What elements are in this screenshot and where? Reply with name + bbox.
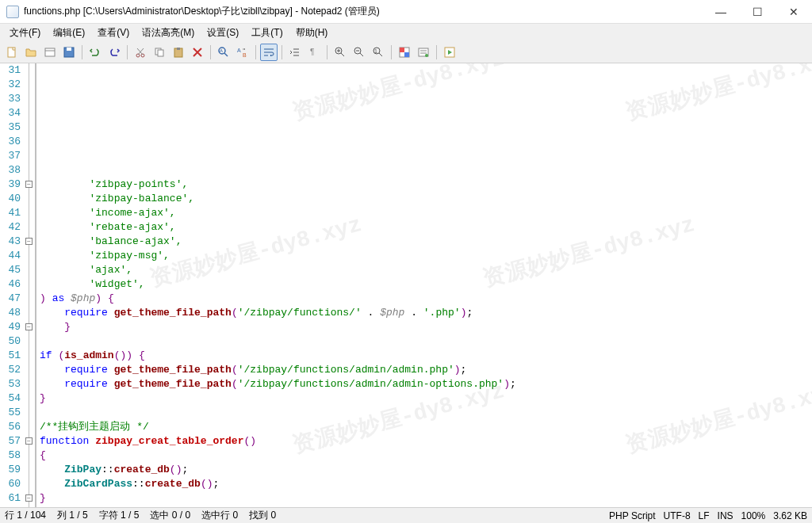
code-line: 'zibpay-balance',	[40, 192, 812, 206]
status-segment: 选中行 0	[201, 509, 238, 522]
replace-button[interactable]: AB	[234, 44, 251, 61]
svg-text:B: B	[243, 52, 247, 58]
menu-item[interactable]: 设置(S)	[201, 25, 245, 41]
status-segment: 选中 0 / 0	[150, 509, 190, 522]
word-wrap-button[interactable]	[260, 44, 278, 61]
zoom-reset-button[interactable]: 1	[370, 44, 387, 61]
svg-rect-1	[45, 48, 55, 56]
status-bar: 行 1 / 104列 1 / 5字符 1 / 5选中 0 / 0选中行 0找到 …	[0, 507, 812, 523]
line-number-gutter: 3132333435363738394041424344454647484950…	[0, 63, 25, 507]
title-bar: functions.php [C:\Users\Administrator\De…	[0, 0, 812, 24]
svg-text:¶: ¶	[310, 48, 314, 56]
delete-button[interactable]	[189, 44, 206, 61]
code-line	[40, 406, 812, 420]
maximize-button[interactable]: ☐	[739, 0, 776, 23]
undo-button[interactable]	[86, 44, 104, 61]
window-buttons: — ☐ ✕	[703, 0, 812, 23]
code-line: ZibCardPass::create_db();	[40, 477, 812, 491]
fold-toggle[interactable]: −	[25, 494, 33, 502]
status-segment: 列 1 / 5	[57, 509, 88, 522]
code-line: }	[40, 391, 812, 406]
menu-item[interactable]: 语法高亮(M)	[136, 25, 201, 41]
status-segment[interactable]: 3.62 KB	[773, 510, 807, 521]
code-line: 'rebate-ajax',	[40, 220, 812, 235]
status-segment[interactable]: INS	[718, 510, 733, 521]
fold-toggle[interactable]: −	[25, 238, 33, 245]
svg-rect-21	[404, 52, 409, 57]
run-button[interactable]	[441, 44, 458, 61]
code-line: if (is_admin()) {	[40, 349, 812, 363]
paste-button[interactable]	[170, 44, 187, 61]
status-segment: 找到 0	[249, 509, 276, 522]
code-line: /**挂钩到主题启动 */	[40, 420, 812, 434]
menu-bar: 文件(F)编辑(E)查看(V)语法高亮(M)设置(S)工具(T)帮助(H)	[0, 24, 812, 41]
status-segment[interactable]: LF	[699, 510, 710, 521]
status-segment: 行 1 / 104	[5, 509, 46, 522]
code-line: require get_theme_file_path('/zibpay/fun…	[40, 363, 812, 377]
code-line: }	[40, 491, 812, 506]
svg-point-23	[425, 54, 428, 57]
svg-rect-3	[67, 48, 71, 51]
syntax-scheme-button[interactable]	[396, 44, 413, 61]
watermark: 资源妙妙屋-dy8.xyz	[292, 63, 506, 121]
menu-item[interactable]: 帮助(H)	[289, 25, 335, 41]
indent-button[interactable]	[286, 44, 304, 61]
svg-rect-0	[8, 48, 15, 57]
app-icon	[6, 6, 19, 18]
cut-button[interactable]	[132, 44, 149, 61]
fold-toggle[interactable]: −	[25, 323, 33, 330]
close-button[interactable]: ✕	[776, 0, 812, 23]
editor-area[interactable]: 3132333435363738394041424344454647484950…	[0, 63, 812, 507]
show-whitespace-button[interactable]: ¶	[305, 44, 323, 61]
code-line: 'widget',	[40, 277, 812, 292]
copy-button[interactable]	[151, 44, 168, 61]
open-file-button[interactable]	[22, 44, 40, 61]
menu-item[interactable]: 查看(V)	[91, 25, 136, 41]
svg-text:A: A	[220, 48, 223, 53]
code-line: 'zibpay-points',	[40, 178, 812, 192]
code-line: ) as $php) {	[40, 292, 812, 306]
code-line: require get_theme_file_path('/zibpay/fun…	[40, 377, 812, 391]
fold-column: −−−−−	[25, 63, 35, 507]
code-line: ZibPay::create_db();	[40, 463, 812, 477]
code-content[interactable]: 资源妙妙屋-dy8.xyz 资源妙妙屋-dy8.xyz 资源妙妙屋-dy8.xy…	[36, 63, 812, 507]
toolbar: A AB ¶ 1	[0, 41, 812, 63]
svg-text:A: A	[237, 48, 241, 53]
svg-rect-9	[177, 48, 180, 50]
status-segment[interactable]: 100%	[741, 510, 766, 521]
code-line: {	[40, 449, 812, 463]
redo-button[interactable]	[105, 44, 123, 61]
customize-button[interactable]	[415, 44, 432, 61]
new-file-button[interactable]	[3, 44, 21, 61]
svg-text:1: 1	[374, 48, 377, 54]
fold-toggle[interactable]: −	[25, 437, 33, 445]
window-title: functions.php [C:\Users\Administrator\De…	[24, 5, 703, 18]
history-button[interactable]	[41, 44, 59, 61]
fold-toggle[interactable]: −	[25, 181, 33, 188]
code-line: function zibpay_creat_table_order()	[40, 434, 812, 449]
find-button[interactable]: A	[215, 44, 232, 61]
code-line	[40, 334, 812, 349]
menu-item[interactable]: 文件(F)	[3, 25, 47, 41]
svg-rect-7	[158, 50, 163, 56]
code-line: 'zibpay-msg',	[40, 249, 812, 263]
code-line: require get_theme_file_path('/zibpay/fun…	[40, 306, 812, 320]
svg-rect-20	[400, 48, 404, 52]
watermark: 资源妙妙屋-dy8.xyz	[625, 63, 812, 121]
code-line: 'ajax',	[40, 263, 812, 277]
status-segment: 字符 1 / 5	[99, 509, 140, 522]
code-line: 'income-ajax',	[40, 206, 812, 220]
zoom-out-button[interactable]	[350, 44, 368, 61]
menu-item[interactable]: 工具(T)	[245, 25, 289, 41]
save-button[interactable]	[60, 44, 78, 61]
status-segment[interactable]: UTF-8	[664, 510, 691, 521]
zoom-in-button[interactable]	[331, 44, 349, 61]
minimize-button[interactable]: —	[703, 0, 739, 23]
code-line: 'balance-ajax',	[40, 235, 812, 249]
menu-item[interactable]: 编辑(E)	[47, 25, 91, 41]
status-segment[interactable]: PHP Script	[609, 510, 655, 521]
code-line: }	[40, 320, 812, 334]
